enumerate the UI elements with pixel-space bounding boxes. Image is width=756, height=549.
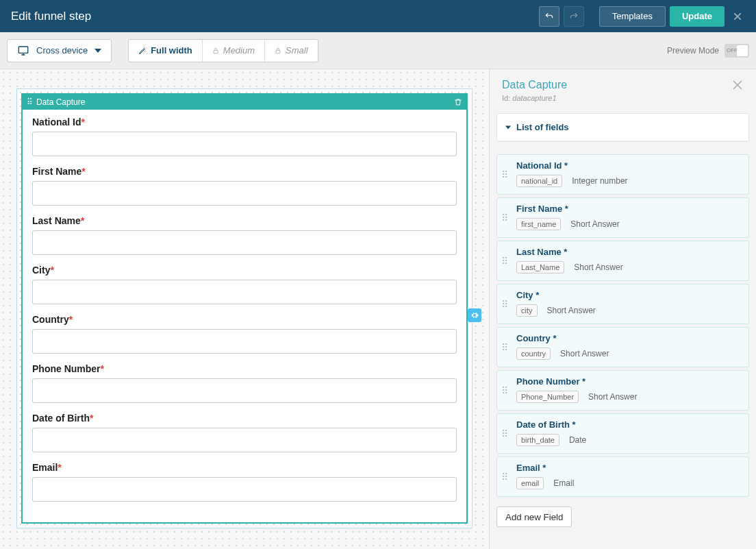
caret-down-icon	[94, 49, 101, 53]
field-card-title: Email *	[516, 463, 742, 473]
form-input[interactable]	[32, 378, 457, 403]
form-input[interactable]	[32, 230, 457, 255]
field-card[interactable]: ⠿Last Name *Last_NameShort Answer	[496, 241, 749, 281]
field-card[interactable]: ⠿Email *emailEmail	[496, 456, 749, 497]
form-input[interactable]	[32, 329, 457, 354]
preview-toggle[interactable]: OFF	[724, 44, 749, 58]
form-field: Date of Birth*	[32, 413, 457, 452]
grip-icon[interactable]: ⠿	[501, 212, 509, 223]
widget-title: Data Capture	[36, 97, 451, 107]
width-full[interactable]: Full width	[129, 40, 203, 62]
add-field-button[interactable]: Add new Field	[496, 507, 572, 527]
field-card[interactable]: ⠿National Id *national_idInteger number	[496, 154, 749, 195]
canvas[interactable]: ⠿ Data Capture National Id*First Name*La…	[16, 88, 473, 528]
form-field-label: National Id*	[32, 117, 457, 127]
field-tag: birth_date	[516, 434, 559, 446]
field-card-meta: birth_dateDate	[516, 434, 742, 446]
panel-title: Data Capture	[502, 79, 731, 91]
widget-body: National Id*First Name*Last Name*City*Co…	[23, 110, 466, 522]
form-field-label: City*	[32, 265, 457, 276]
form-field-label: Last Name*	[32, 215, 457, 226]
lock-icon	[212, 47, 219, 55]
field-card[interactable]: ⠿Date of Birth *birth_dateDate	[496, 413, 749, 454]
preview-mode: Preview Mode OFF	[667, 44, 749, 58]
preview-label: Preview Mode	[667, 46, 719, 56]
close-button[interactable]	[733, 12, 749, 21]
redo-button[interactable]	[564, 6, 584, 27]
field-card-title: City *	[516, 290, 742, 300]
field-card[interactable]: ⠿Phone Number *Phone_NumberShort Answer	[496, 370, 749, 411]
field-type: Short Answer	[570, 219, 619, 229]
pencil-icon	[138, 47, 147, 55]
required-mark: *	[81, 117, 85, 127]
trash-icon[interactable]	[454, 97, 462, 107]
form-input[interactable]	[32, 280, 457, 304]
form-input[interactable]	[32, 477, 457, 502]
field-tag: national_id	[516, 175, 562, 187]
form-field-label: First Name*	[32, 166, 457, 177]
device-dropdown[interactable]: Cross device	[7, 39, 112, 62]
field-card-title: Country *	[516, 333, 742, 343]
page-title: Edit funnel step	[11, 10, 539, 23]
svg-rect-0	[18, 47, 27, 53]
width-medium: Medium	[203, 40, 265, 62]
add-field-row: Add new Field	[496, 507, 749, 527]
redo-icon	[568, 12, 579, 21]
canvas-area[interactable]: ⠿ Data Capture National Id*First Name*La…	[0, 69, 489, 549]
grip-icon[interactable]: ⠿	[501, 342, 509, 353]
form-field: City*	[32, 265, 457, 304]
update-button[interactable]: Update	[670, 6, 724, 27]
form-input[interactable]	[32, 428, 457, 452]
required-mark: *	[81, 166, 85, 177]
field-card-meta: first_nameShort Answer	[516, 218, 742, 230]
panel-id-value: datacapture1	[512, 94, 556, 102]
field-card-title: Last Name *	[516, 247, 742, 257]
grip-icon[interactable]: ⠿	[501, 256, 509, 267]
form-field: National Id*	[32, 117, 457, 156]
field-card-meta: Phone_NumberShort Answer	[516, 391, 742, 403]
field-type: Integer number	[572, 176, 627, 186]
section-list-of-fields: List of fields	[496, 113, 749, 142]
field-card[interactable]: ⠿First Name *first_nameShort Answer	[496, 197, 749, 238]
field-tag: email	[516, 477, 544, 489]
required-mark: *	[101, 363, 104, 374]
field-card-title: Phone Number *	[516, 376, 742, 387]
grip-icon[interactable]: ⠿	[501, 299, 509, 310]
widget-data-capture[interactable]: ⠿ Data Capture National Id*First Name*La…	[21, 93, 468, 524]
widget-header[interactable]: ⠿ Data Capture	[23, 95, 466, 110]
field-card[interactable]: ⠿Country *countryShort Answer	[496, 327, 749, 367]
undo-button[interactable]	[539, 6, 559, 27]
form-input[interactable]	[32, 181, 457, 206]
width-segmented: Full width Medium Small	[128, 39, 318, 62]
templates-button[interactable]: Templates	[599, 6, 666, 27]
panel-close-button[interactable]	[731, 79, 744, 91]
required-mark: *	[50, 265, 53, 276]
field-card-meta: national_idInteger number	[516, 175, 742, 187]
required-mark: *	[69, 314, 73, 325]
field-card-meta: countryShort Answer	[516, 347, 742, 360]
form-input[interactable]	[32, 132, 457, 156]
form-field: Phone Number*	[32, 363, 457, 403]
field-tag: country	[516, 347, 551, 360]
grip-icon[interactable]: ⠿	[501, 385, 509, 396]
field-card[interactable]: ⠿City *cityShort Answer	[496, 284, 749, 324]
widget-settings-button[interactable]	[468, 308, 481, 322]
close-icon	[733, 12, 742, 21]
section-toggle[interactable]: List of fields	[497, 114, 748, 141]
field-card-title: First Name *	[516, 204, 742, 214]
monitor-icon	[17, 45, 29, 56]
grip-icon[interactable]: ⠿	[501, 169, 509, 180]
field-type: Short Answer	[588, 392, 637, 402]
lock-icon	[275, 47, 281, 55]
field-type: Short Answer	[547, 306, 596, 315]
grip-icon[interactable]: ⠿	[501, 428, 509, 439]
grip-icon[interactable]: ⠿	[501, 472, 509, 483]
panel-id-label: Id:	[502, 94, 510, 102]
panel-header: Data Capture Id: datacapture1	[490, 69, 756, 109]
field-tag: city	[516, 304, 538, 317]
topbar-actions: Templates Update	[539, 6, 749, 27]
svg-rect-2	[276, 50, 280, 53]
width-small: Small	[265, 40, 318, 62]
properties-panel: Data Capture Id: datacapture1 List of fi…	[489, 69, 756, 549]
form-field: Last Name*	[32, 215, 457, 255]
